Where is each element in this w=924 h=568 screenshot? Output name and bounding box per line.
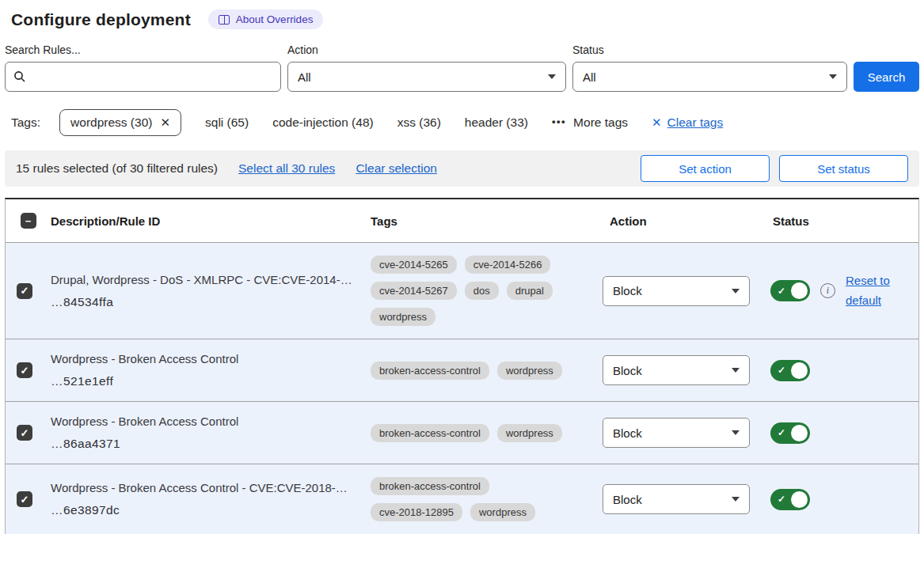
action-select[interactable]: Block	[603, 276, 750, 306]
tag-pill: cve-2014-5266	[465, 256, 551, 274]
rule-tags: cve-2014-5265cve-2014-5266cve-2014-5267d…	[363, 256, 585, 326]
page-title: Configure deployment	[11, 10, 191, 29]
rule-description: Wordpress - Broken Access Control	[51, 352, 363, 365]
action-select[interactable]: Block	[603, 484, 750, 514]
action-select-value: Block	[613, 493, 642, 506]
action-filter-select[interactable]: All	[287, 62, 566, 92]
chevron-down-icon	[732, 497, 740, 502]
info-icon[interactable]: i	[820, 283, 835, 298]
chevron-down-icon	[732, 368, 740, 373]
rule-tags: broken-access-controlcve-2018-12895wordp…	[363, 477, 585, 521]
column-header-action: Action	[603, 214, 766, 228]
chevron-down-icon	[548, 74, 556, 79]
toggle-knob	[791, 425, 808, 441]
rule-tags: broken-access-controlwordpress	[363, 424, 585, 442]
more-tags-label: More tags	[573, 115, 628, 130]
table-header-row: − Description/Rule ID Tags Action Status	[6, 199, 918, 242]
rule-id: …86aa4371	[51, 437, 363, 451]
tag-pill: broken-access-control	[371, 362, 489, 380]
check-icon: ✓	[778, 494, 785, 505]
search-button[interactable]: Search	[854, 62, 919, 92]
more-tags-button[interactable]: ••• More tags	[552, 115, 628, 130]
selected-tag-label: wordpress (30)	[70, 115, 152, 130]
action-select[interactable]: Block	[603, 418, 750, 448]
check-icon: ✓	[21, 494, 29, 506]
tag-option-sqli[interactable]: sqli (65)	[205, 115, 249, 130]
table-row: ✓ Wordpress - Broken Access Control …521…	[6, 339, 918, 401]
table-row: ✓ Drupal, Wordpress - DoS - XMLRPC - CVE…	[6, 242, 918, 339]
select-all-rules-link[interactable]: Select all 30 rules	[238, 161, 335, 176]
row-checkbox[interactable]: ✓	[17, 362, 32, 378]
status-toggle[interactable]: ✓	[770, 489, 810, 510]
filter-row: Search Rules... Action All Status All Se…	[5, 44, 919, 92]
tags-label: Tags:	[11, 115, 40, 130]
clear-selection-link[interactable]: Clear selection	[356, 161, 437, 176]
tag-pill: wordpress	[470, 503, 535, 521]
column-header-tags: Tags	[363, 214, 603, 228]
tag-option-code-injection[interactable]: code-injection (48)	[272, 115, 374, 130]
set-action-button[interactable]: Set action	[641, 155, 770, 182]
selected-tag-wordpress[interactable]: wordpress (30) ✕	[59, 109, 181, 136]
column-header-description: Description/Rule ID	[44, 214, 363, 228]
action-select-value: Block	[613, 426, 642, 440]
set-status-button[interactable]: Set status	[779, 155, 908, 182]
tag-option-header[interactable]: header (33)	[465, 115, 528, 130]
search-rules-input[interactable]	[32, 70, 272, 84]
clear-tags-label: Clear tags	[667, 115, 724, 130]
status-toggle[interactable]: ✓	[770, 360, 810, 381]
chevron-down-icon	[732, 289, 740, 293]
tag-pill: drupal	[507, 282, 553, 300]
rules-table: − Description/Rule ID Tags Action Status…	[5, 198, 919, 534]
tag-pill: wordpress	[371, 308, 435, 326]
toggle-knob	[791, 362, 808, 379]
rule-id: …521e1eff	[51, 374, 363, 388]
column-header-status: Status	[766, 214, 918, 228]
check-icon: ✓	[778, 365, 785, 376]
remove-tag-icon[interactable]: ✕	[160, 115, 170, 130]
tag-pill: wordpress	[497, 424, 562, 442]
status-filter-select[interactable]: All	[572, 62, 847, 92]
action-filter-label: Action	[287, 44, 566, 56]
select-all-checkbox[interactable]: −	[21, 213, 36, 229]
tag-pill: dos	[465, 282, 499, 300]
status-filter-label: Status	[572, 44, 847, 56]
status-filter-value: All	[583, 70, 596, 84]
row-checkbox[interactable]: ✓	[17, 425, 32, 441]
action-select-value: Block	[613, 364, 642, 377]
status-toggle[interactable]: ✓	[770, 280, 810, 301]
selection-bar: 15 rules selected (of 30 filtered rules)…	[5, 150, 919, 187]
status-toggle[interactable]: ✓	[770, 422, 810, 444]
action-filter-value: All	[298, 70, 311, 84]
tag-pill: cve-2014-5265	[371, 256, 457, 274]
tag-pill: cve-2014-5267	[371, 282, 457, 300]
selection-summary: 15 rules selected (of 30 filtered rules)	[16, 161, 218, 176]
check-icon: ✓	[21, 285, 29, 297]
action-select-value: Block	[613, 284, 642, 297]
tags-bar: Tags: wordpress (30) ✕ sqli (65) code-in…	[11, 109, 919, 136]
tag-pill: broken-access-control	[371, 477, 489, 495]
check-icon: ✓	[778, 286, 785, 297]
row-checkbox[interactable]: ✓	[17, 283, 32, 299]
rule-description: Wordpress - Broken Access Control	[51, 415, 363, 428]
chevron-down-icon	[829, 74, 837, 79]
book-icon	[219, 15, 230, 25]
about-overrides-badge[interactable]: About Overrides	[208, 9, 324, 29]
reset-to-default-link[interactable]: Reset to default	[846, 271, 895, 311]
rule-tags: broken-access-controlwordpress	[363, 362, 585, 380]
tag-option-xss[interactable]: xss (36)	[397, 115, 441, 130]
table-body: ✓ Drupal, Wordpress - DoS - XMLRPC - CVE…	[6, 242, 918, 534]
row-checkbox[interactable]: ✓	[17, 491, 32, 507]
action-select[interactable]: Block	[603, 355, 750, 385]
search-rules-label: Search Rules...	[5, 44, 281, 56]
close-icon: ✕	[652, 115, 662, 130]
rule-description: Drupal, Wordpress - DoS - XMLRPC - CVE:C…	[51, 273, 363, 286]
check-icon: ✓	[21, 365, 29, 377]
indeterminate-minus-icon: −	[25, 215, 32, 227]
tag-pill: cve-2018-12895	[371, 503, 462, 521]
search-icon	[13, 70, 26, 83]
about-overrides-label: About Overrides	[236, 13, 314, 25]
clear-tags-button[interactable]: ✕ Clear tags	[652, 115, 723, 130]
ellipsis-icon: •••	[552, 115, 566, 127]
rule-description: Wordpress - Broken Access Control - CVE:…	[51, 481, 363, 494]
toggle-knob	[791, 282, 808, 299]
